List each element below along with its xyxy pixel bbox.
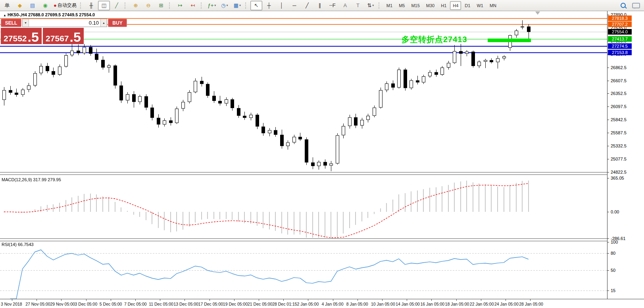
panel-divider[interactable] [0,238,607,241]
price-chart-canvas[interactable] [0,11,607,172]
time-axis-label: 3 Dec 05:00 [75,302,98,306]
panel-divider[interactable] [0,172,607,175]
chart-shift-button[interactable]: ↤ [187,1,199,10]
text-button[interactable]: A [339,1,351,10]
scale-tick [607,146,609,146]
toolbar-separator [379,2,382,9]
auto-scroll-button[interactable]: ↦ [174,1,186,10]
time-axis-label: 4 Jan 05:00 [322,302,344,306]
buy-price-frac: .5 [70,32,81,43]
chat-icon[interactable] [632,3,640,8]
candlestick-chart-icon: ◫ [102,3,106,8]
templates-button[interactable]: ▦▾ [231,1,243,10]
time-axis-label: 27 Nov 05:00 [25,302,50,306]
trend-line-button[interactable]: ╱ [301,1,313,10]
rsi-scale-label: 80 [611,251,615,256]
timeframe-w1-button[interactable]: W1 [474,1,486,10]
time-axis-tick [333,299,333,301]
horizontal-line-icon: ─ [292,3,296,8]
time-axis-label: 13 Dec 05:00 [173,302,198,306]
price-scale[interactable]: 27890.027635.027380.027125.026862.526607… [607,11,644,299]
new-order-button[interactable]: 单 [1,1,13,10]
chart-shift-marker-icon[interactable] [535,12,540,15]
time-axis-label: 11 Dec 05:00 [149,302,173,306]
fibonacci-button[interactable]: ┄F [327,1,338,10]
equidistant-channel-button[interactable]: ∥ [314,1,326,10]
vertical-line-button[interactable]: │ [276,1,288,10]
timeframe-mn-button[interactable]: MN [487,1,499,10]
order-gold-button[interactable]: ◆ [14,1,26,10]
timeframe-h1-button[interactable]: H1 [438,1,449,10]
scale-tick [607,270,609,271]
buy-price[interactable]: 27567.5 [43,28,84,44]
text-icon: A [344,3,347,8]
buy-button[interactable]: BUY [108,19,127,27]
support-highlight-bar [488,39,531,42]
autotrade-button[interactable]: ●自动交易 [52,1,78,10]
indicators-button[interactable]: ƒ+▾ [206,1,218,10]
time-axis-label: 29 Nov 05:00 [50,302,75,306]
horizontal-line-button[interactable]: ─ [288,1,300,10]
sell-button[interactable]: SELL [1,19,21,27]
sell-price-frac: .5 [28,32,39,43]
timeframe-h4-button[interactable]: H4 [450,1,461,10]
signals-button[interactable]: ◉ [39,1,51,10]
toolbar-right [621,0,640,11]
history-center-button[interactable]: ▤ [27,1,38,10]
bar-chart-icon: ╫ [89,3,93,8]
price-tag: 27818.3 [608,15,632,21]
sell-price[interactable]: 27552.5 [1,28,42,44]
timeframe-d1-button[interactable]: D1 [462,1,473,10]
price-scale-label: 25842.5 [611,117,627,122]
macd-canvas[interactable] [0,175,607,238]
scale-tick [607,253,609,254]
line-chart-button[interactable]: ╱ [111,1,123,10]
time-axis-label: 24 Jan 05:00 [494,302,519,306]
fibonacci-icon: ┄F [329,3,336,8]
time-axis-label: 21 Dec 05:00 [248,302,272,306]
time-axis-label: 2 Jan 05:00 [297,302,319,306]
crosshair-button[interactable]: ┼ [263,1,275,10]
rsi-canvas[interactable] [0,241,607,299]
time-axis-tick [185,299,185,301]
price-scale-label: 24822.5 [611,170,627,174]
text-label-button[interactable]: T [352,1,364,10]
scale-tick [607,238,609,239]
rsi-scale-label: 15 [611,288,615,293]
time-axis[interactable]: 3 Nov 201827 Nov 05:0029 Nov 05:003 Dec … [0,299,644,308]
chevron-down-icon: ▾ [214,4,216,7]
timeframe-m15-button[interactable]: M15 [408,1,422,10]
timeframe-m30-button[interactable]: M30 [423,1,437,10]
timeframe-m1-button[interactable]: M1 [384,1,395,10]
zoom-out-button[interactable]: ⊖ [142,1,154,10]
scale-tick [607,120,609,120]
volume-decrease-button[interactable]: ▼ [23,19,29,27]
price-tag: 27153.8 [608,50,632,55]
timeframe-m5-button[interactable]: M5 [396,1,408,10]
time-axis-tick [12,299,12,301]
search-icon[interactable] [621,3,626,8]
candlestick-chart-button[interactable]: ◫ [98,1,110,10]
volume-input[interactable] [29,19,100,27]
scale-tick [607,172,609,172]
price-scale-label: 26862.5 [611,65,627,70]
cursor-button[interactable]: ↖ [250,1,262,10]
bar-chart-button[interactable]: ╫ [85,1,97,10]
periods-icon: ◷ [221,3,225,8]
time-axis-label: 10 Jan 05:00 [371,302,395,306]
tile-windows-button[interactable]: ⊞ [155,1,167,10]
signals-icon: ◉ [43,3,47,8]
symbol-ohlc-text: HK50-,H4 27688.0 27699.5 27449.5 27554.0 [8,12,95,17]
one-click-trading-panel: SELL ▼ ▲ BUY 27552.5 27567.5 [1,19,84,44]
time-axis-tick [37,299,37,301]
volume-increase-button[interactable]: ▲ [100,19,107,27]
time-axis-label: 22 Jan 05:00 [470,302,494,306]
price-tag: 27554.0 [608,29,632,35]
arrows-button[interactable]: ⇅▾ [365,1,377,10]
time-axis-label: 5 Dec 05:00 [100,302,122,306]
zoom-in-button[interactable]: ⊕ [130,1,142,10]
line-chart-icon: ╱ [115,3,118,8]
scale-tick [607,178,609,178]
time-axis-label: 28 Dec 01:15 [272,302,297,306]
periods-button[interactable]: ◷▾ [219,1,231,10]
